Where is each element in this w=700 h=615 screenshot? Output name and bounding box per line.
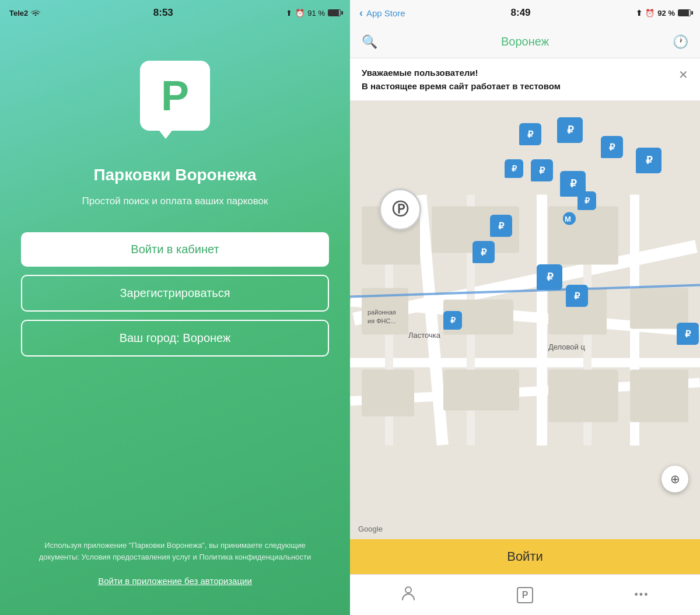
parking-letter: P xyxy=(161,75,189,117)
carrier-signal: Tele2 xyxy=(9,8,40,18)
parking-search-icon: Ⓟ xyxy=(392,198,408,221)
svg-rect-20 xyxy=(548,370,618,422)
clock-icon[interactable]: 🕐 xyxy=(673,34,688,50)
parking-pin-1[interactable]: ₽ xyxy=(519,123,541,145)
battery-group-left: ⬆ ⏰ 91 % xyxy=(286,9,341,18)
svg-rect-21 xyxy=(630,370,688,422)
tab-bar: P ••• xyxy=(350,574,700,615)
parking-pin-3[interactable]: ₽ xyxy=(505,159,523,178)
profile-icon xyxy=(400,585,416,605)
parking-pin-11[interactable]: ₽ xyxy=(537,264,562,290)
parking-pin-8[interactable]: ₽ xyxy=(578,191,596,210)
svg-text:Деловой ц: Деловой ц xyxy=(548,343,585,351)
parking-pin-12[interactable]: ₽ xyxy=(566,285,588,307)
svg-text:Ласточка: Ласточка xyxy=(408,331,441,340)
parking-pin-2[interactable]: ₽ xyxy=(557,117,583,143)
time-left: 8:53 xyxy=(153,7,173,19)
battery-icon-right xyxy=(678,9,691,16)
svg-rect-19 xyxy=(443,370,519,411)
svg-text:районная: районная xyxy=(368,309,396,316)
top-nav-bar: 🔍 Воронеж 🕐 xyxy=(350,26,700,58)
battery-percent-right: 92 % xyxy=(657,9,675,18)
alarm-icon: ⏰ xyxy=(295,9,304,18)
parking-pin-9[interactable]: ₽ xyxy=(490,215,512,237)
guest-login-link[interactable]: Войти в приложение без авторизации xyxy=(98,576,252,586)
app-subtitle: Простой поиск и оплата ваших парковок xyxy=(82,194,268,209)
svg-text:М: М xyxy=(565,215,571,223)
parking-tab-icon: P xyxy=(517,587,533,603)
location-button[interactable]: ⊕ xyxy=(662,466,688,492)
battery-fill-left xyxy=(328,10,339,16)
time-right: 8:49 xyxy=(511,7,531,19)
back-arrow-icon: ‹ xyxy=(359,7,363,19)
register-button[interactable]: Зарегистрироваться xyxy=(21,275,329,312)
tab-parking[interactable]: P xyxy=(467,575,583,615)
disclaimer-text: Используя приложение "Парковки Воронежа"… xyxy=(35,540,315,562)
right-panel: ‹ App Store 8:49 ⬆ ⏰ 92 % 🔍 Воронеж 🕐 ✕ … xyxy=(350,0,700,615)
svg-rect-15 xyxy=(362,370,414,417)
alarm-icon-right: ⏰ xyxy=(645,9,654,18)
tab-more[interactable]: ••• xyxy=(583,575,700,615)
map-container[interactable]: Ласточка Деловой ц районная ия ФНС... М … xyxy=(350,101,700,539)
action-buttons: Войти в кабинет Зарегистрироваться Ваш г… xyxy=(21,232,329,357)
left-panel: Tele2 8:53 ⬆ ⏰ 91 % P Парковки Воронежа … xyxy=(0,0,350,615)
parking-pin-14[interactable]: ₽ xyxy=(677,323,699,345)
parking-pin-4[interactable]: ₽ xyxy=(531,159,553,181)
notification-panel: ✕ Уважаемые пользователи! В настоящее вр… xyxy=(350,58,700,101)
parking-pin-10[interactable]: ₽ xyxy=(473,241,495,263)
login-button[interactable]: Войти в кабинет xyxy=(21,232,329,267)
tab-profile[interactable] xyxy=(350,575,467,615)
google-logo: Google xyxy=(358,525,383,533)
close-button[interactable]: ✕ xyxy=(678,68,688,82)
more-icon: ••• xyxy=(635,589,649,601)
search-parking-widget[interactable]: Ⓟ xyxy=(379,188,421,230)
location-arrow-icon: ⊕ xyxy=(670,472,680,486)
nav-arrow-icon: ⬆ xyxy=(636,9,642,18)
parking-pin-13[interactable]: ₽ xyxy=(443,311,462,330)
battery-icon-left xyxy=(328,9,341,16)
svg-rect-4 xyxy=(537,195,547,446)
battery-percent-left: 91 % xyxy=(307,9,325,18)
svg-rect-13 xyxy=(548,207,618,265)
city-name-nav[interactable]: Воронеж xyxy=(501,35,549,48)
location-arrow-icon: ⬆ xyxy=(286,9,292,18)
status-bar-left: Tele2 8:53 ⬆ ⏰ 91 % xyxy=(0,0,350,26)
search-icon[interactable]: 🔍 xyxy=(362,34,377,50)
back-appstore: ‹ App Store xyxy=(359,7,405,19)
svg-point-29 xyxy=(405,587,411,593)
notification-line1: Уважаемые пользователи! xyxy=(362,68,688,78)
city-button[interactable]: Ваш город: Воронеж xyxy=(21,320,329,357)
svg-text:ия ФНС...: ия ФНС... xyxy=(368,317,396,324)
appstore-label: App Store xyxy=(366,8,405,18)
svg-rect-6 xyxy=(350,358,700,368)
login-bottom-button[interactable]: Войти xyxy=(350,539,700,574)
parking-pin-7[interactable]: ₽ xyxy=(636,148,662,173)
parking-pin-6[interactable]: ₽ xyxy=(601,136,623,158)
status-icons-right: ⬆ ⏰ 92 % xyxy=(636,9,691,18)
app-title: Парковки Воронежа xyxy=(93,166,256,184)
notification-line2: В настоящее время сайт работает в тестов… xyxy=(362,81,688,91)
status-bar-right: ‹ App Store 8:49 ⬆ ⏰ 92 % xyxy=(350,0,700,26)
battery-fill-right xyxy=(678,10,689,16)
wifi-icon xyxy=(31,8,40,18)
carrier-name: Tele2 xyxy=(9,9,28,18)
app-logo: P xyxy=(140,61,210,131)
